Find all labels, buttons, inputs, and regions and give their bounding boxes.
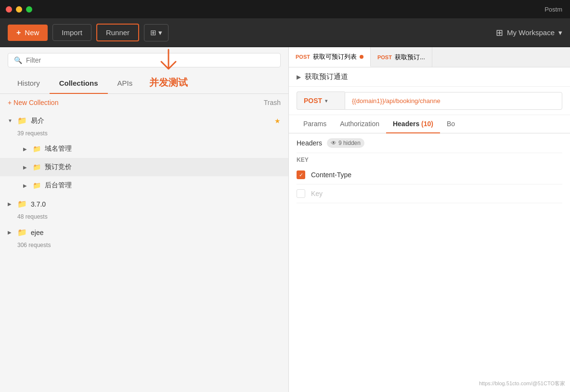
collection-header-yijie[interactable]: ▼ 📁 易介 ★ (0, 111, 288, 130)
headers-label: Headers (297, 139, 322, 147)
method-url-bar: POST ▾ (289, 87, 570, 115)
subfolder-icon: 📁 (33, 182, 41, 189)
trash-button[interactable]: Trash (264, 99, 281, 106)
subfolder-item-admin[interactable]: ▶ 📁 后台管理 (0, 176, 288, 195)
request-count: 48 requests (0, 213, 288, 223)
eye-icon: 👁 (331, 140, 337, 146)
tab-history[interactable]: History (8, 73, 50, 94)
headers-area: Headers 👁 9 hidden KEY ✓ Content-Type (289, 133, 570, 203)
sidebar: 🔍 History Collections APIs + New Collect… (0, 47, 289, 392)
search-input-wrap: 🔍 (8, 53, 281, 67)
header-key-value: Content-Type (311, 171, 351, 179)
headers-row: Headers 👁 9 hidden (297, 133, 562, 153)
header-row-content-type: ✓ Content-Type (297, 166, 562, 184)
subfolder-name: 域名管理 (45, 144, 72, 153)
right-panel: POST 获取可预订列表 POST 获取预订... ▶ 获取预订通道 POST … (289, 47, 570, 392)
import-label: Import (62, 28, 82, 37)
checkbox-checked[interactable]: ✓ (297, 170, 305, 179)
collections-toolbar: + New Collection Trash (0, 94, 288, 111)
tab-dot-icon (360, 55, 363, 59)
search-icon: 🔍 (14, 56, 22, 64)
caret-right-icon: ▶ (23, 146, 29, 152)
workspace-caret-icon: ▾ (558, 28, 562, 37)
subtab-headers[interactable]: Headers (10) (386, 115, 440, 133)
folder-icon: 📁 (17, 116, 27, 125)
watermark: https://blog.51cto.com/@51CTO客家 (479, 380, 565, 387)
request-tabs: POST 获取可预订列表 POST 获取预订... (289, 47, 570, 67)
method-caret-icon: ▾ (325, 98, 327, 104)
key-column-label: KEY (297, 151, 309, 169)
tab-collections[interactable]: Collections (50, 73, 108, 94)
tab-apis[interactable]: APIs (108, 73, 142, 94)
runner-button[interactable]: Runner (96, 24, 139, 41)
request-subtabs: Params Authorization Headers (10) Bo (289, 115, 570, 133)
request-tab-2[interactable]: POST 获取预订... (371, 47, 432, 67)
expand-arrow-icon[interactable]: ▶ (297, 74, 301, 80)
collections-list: ▼ 📁 易介 ★ 39 requests ▶ 📁 域名管理 ▶ 📁 (0, 111, 288, 392)
close-button[interactable] (6, 6, 12, 13)
window-controls[interactable] (6, 6, 32, 13)
new-collection-button[interactable]: + New Collection (8, 99, 58, 106)
request-count: 39 requests (0, 130, 288, 140)
folder-icon: 📁 (17, 199, 27, 209)
tab-name: 获取可预订列表 (313, 52, 357, 61)
subtab-params[interactable]: Params (297, 115, 333, 133)
subfolder-item-domain[interactable]: ▶ 📁 域名管理 (0, 140, 288, 158)
caret-down-icon: ▼ (8, 118, 13, 123)
plus-icon: + (16, 28, 21, 37)
tab-name: 获取预订... (395, 53, 425, 62)
title-bar: Postm (0, 0, 570, 18)
capture-icon: ⊞ (150, 28, 156, 37)
folder-icon: 📁 (17, 228, 27, 237)
search-bar: 🔍 (0, 47, 288, 73)
sidebar-tabs: History Collections APIs (0, 73, 288, 94)
workspace-label: My Workspace (507, 28, 555, 37)
method-select[interactable]: POST ▾ (297, 91, 345, 110)
capture-button[interactable]: ⊞ ▾ (144, 24, 168, 41)
subfolder-icon: 📁 (33, 163, 41, 171)
capture-arrow: ▾ (158, 28, 162, 37)
import-button[interactable]: Import (52, 24, 91, 41)
star-icon: ★ (274, 117, 281, 125)
header-row-key-placeholder: Key (297, 184, 562, 203)
hidden-badge: 👁 9 hidden (327, 138, 364, 148)
caret-right-icon: ▶ (8, 230, 13, 235)
collection-item: ▶ 📁 3.7.0 48 requests (0, 195, 288, 223)
caret-right-icon: ▶ (23, 165, 29, 170)
subfolder-item-booking[interactable]: ▶ 📁 预订竞价 (0, 158, 288, 176)
collection-item: ▼ 📁 易介 ★ 39 requests ▶ 📁 域名管理 ▶ 📁 (0, 111, 288, 195)
subfolder-icon: 📁 (33, 145, 41, 153)
search-input[interactable] (26, 56, 274, 64)
app-title: Postm (544, 6, 562, 13)
request-title-area: ▶ 获取预订通道 (289, 67, 570, 87)
toolbar: + New Import Runner ⊞ ▾ ⊞ My Workspace ▾ (0, 18, 570, 47)
method-badge: POST (377, 54, 392, 60)
collection-name: ejee (31, 229, 281, 236)
collection-name: 易介 (31, 117, 271, 125)
request-title: 获取预订通道 (305, 72, 348, 81)
key-placeholder: Key (311, 190, 323, 197)
minimize-button[interactable] (16, 6, 22, 13)
subfolder-name: 后台管理 (45, 181, 72, 190)
caret-right-icon: ▶ (23, 183, 29, 188)
caret-right-icon: ▶ (8, 201, 13, 207)
collection-name: 3.7.0 (31, 200, 281, 208)
collection-header-ejee[interactable]: ▶ 📁 ejee (0, 223, 288, 242)
url-input[interactable] (345, 92, 562, 110)
main-layout: 🔍 History Collections APIs + New Collect… (0, 47, 570, 392)
method-badge: POST (296, 54, 310, 60)
workspace-icon: ⊞ (496, 27, 503, 38)
hidden-count: 9 hidden (338, 140, 361, 146)
maximize-button[interactable] (26, 6, 32, 13)
request-tab-active[interactable]: POST 获取可预订列表 (289, 47, 371, 67)
workspace-button[interactable]: ⊞ My Workspace ▾ (496, 27, 562, 38)
method-label: POST (304, 97, 322, 105)
collection-header-370[interactable]: ▶ 📁 3.7.0 (0, 195, 288, 213)
new-label: New (25, 28, 39, 37)
headers-count: (10) (421, 120, 433, 128)
subtab-authorization[interactable]: Authorization (333, 115, 386, 133)
subtab-body[interactable]: Bo (440, 115, 462, 133)
request-count: 306 requests (0, 242, 288, 251)
new-button[interactable]: + New (8, 25, 48, 41)
checkbox-unchecked[interactable] (297, 189, 305, 198)
